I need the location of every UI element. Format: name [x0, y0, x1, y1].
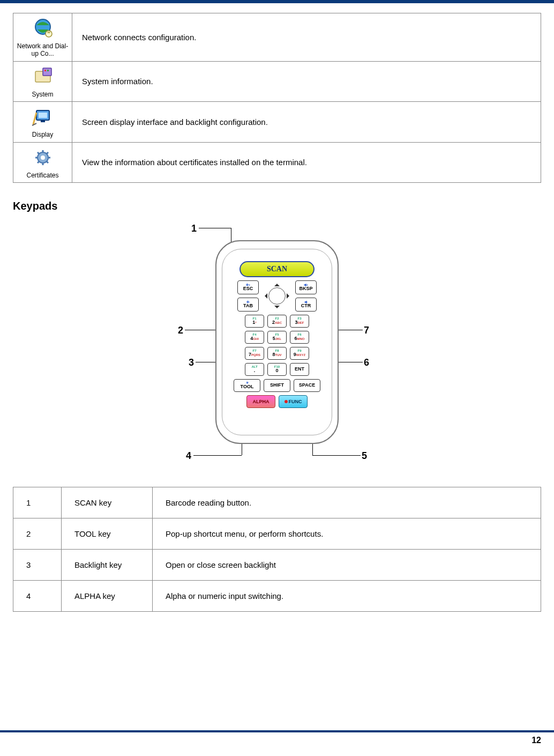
ctr-key: ◀-CTR [295, 298, 317, 312]
tab-key: ⊕-TAB [237, 298, 259, 312]
icon-cell-system: System [13, 61, 72, 101]
key-2: F22ABC [267, 315, 287, 328]
key-dot: ALT. [245, 363, 264, 376]
func-key: FUNC [279, 395, 308, 408]
svg-point-1 [46, 31, 52, 37]
icon-cell-certificates: Certificates [13, 142, 72, 182]
desc-cell: View the information about certificates … [72, 142, 541, 182]
space-key: SPACE [294, 379, 320, 392]
key-desc: Barcode reading button. [153, 487, 541, 518]
callout-4: 4 [186, 450, 191, 462]
key-desc: Pop-up shortcut menu, or perform shortcu… [153, 518, 541, 549]
desc-cell: System information. [72, 61, 541, 101]
table-row: 4 ALPHA key Alpha or numeric input switc… [13, 580, 541, 611]
key-number: 2 [13, 518, 62, 549]
icon-label: Network and Dial-up Co... [17, 42, 69, 58]
icon-label: System [32, 91, 53, 98]
table-row: Network and Dial-up Co... Network connec… [13, 13, 541, 62]
page-number: 12 [13, 732, 541, 745]
table-row: Certificates View the information about … [13, 142, 541, 182]
key-6: F66MNO [290, 331, 309, 344]
device-inner: SCAN ⊕+ESC ⊕-TAB ◀+BKSP ◀-CTR [222, 249, 332, 435]
scan-key: SCAN [239, 261, 315, 277]
key-7: F77PQRS [245, 347, 264, 360]
icon-cell-display: Display [13, 102, 72, 142]
key-name: TOOL key [62, 518, 153, 549]
table-row: 2 TOOL key Pop-up shortcut menu, or perf… [13, 518, 541, 549]
key-1: F11* [245, 315, 264, 328]
icon-label: Certificates [26, 172, 58, 179]
callout-6: 6 [364, 357, 369, 368]
device-outline: SCAN ⊕+ESC ⊕-TAB ◀+BKSP ◀-CTR [215, 240, 339, 444]
alpha-key: ALPHA [246, 395, 275, 408]
tool-key: ☀TOOL [234, 379, 260, 392]
leader-line [199, 228, 231, 228]
callout-3: 3 [189, 357, 194, 368]
desc-cell: Network connects configuration. [72, 13, 541, 62]
key-name: SCAN key [62, 487, 153, 518]
key-name: Backlight key [62, 549, 153, 580]
callout-2: 2 [178, 325, 183, 336]
system-card-icon [30, 65, 56, 88]
key-desc: Open or close screen backlight [153, 549, 541, 580]
key-3: F33DEF [290, 315, 309, 328]
svg-rect-2 [47, 32, 50, 33]
key-4: F44GHI [245, 331, 264, 344]
table-row: 3 Backlight key Open or close screen bac… [13, 549, 541, 580]
key-number: 4 [13, 580, 62, 611]
leader-line [312, 455, 361, 456]
esc-key: ⊕+ESC [237, 280, 259, 294]
bksp-key: ◀+BKSP [295, 280, 317, 294]
svg-rect-6 [47, 70, 49, 71]
svg-rect-5 [44, 70, 46, 71]
icon-cell-network: Network and Dial-up Co... [13, 13, 72, 62]
table-row: System System information. [13, 61, 541, 101]
key-number: 3 [13, 549, 62, 580]
icon-description-table: Network and Dial-up Co... Network connec… [13, 13, 541, 183]
svg-line-17 [47, 152, 48, 154]
key-5: F55JKL [267, 331, 287, 344]
svg-rect-4 [43, 68, 51, 76]
svg-rect-9 [41, 120, 45, 122]
svg-line-19 [47, 161, 48, 163]
globe-network-icon [30, 17, 56, 40]
key-ent: ENT [290, 363, 309, 376]
table-row: 1 SCAN key Barcode reading button. [13, 487, 541, 518]
key-desc: Alpha or numeric input switching. [153, 580, 541, 611]
keypad-figure: 1 2 3 4 5 6 7 SCAN ⊕+ESC ⊕-TAB [127, 219, 427, 465]
key-8: F88TUV [267, 347, 287, 360]
table-row: Display Screen display interface and bac… [13, 102, 541, 142]
svg-rect-8 [39, 113, 47, 118]
key-name: ALPHA key [62, 580, 153, 611]
dpad [262, 281, 292, 311]
key-0: F100 [267, 363, 287, 376]
section-heading-keypads: Keypads [13, 200, 541, 212]
svg-point-11 [41, 155, 45, 160]
shift-key: SHIFT [264, 379, 290, 392]
desc-cell: Screen display interface and backlight c… [72, 102, 541, 142]
header-rule [0, 0, 554, 3]
callout-7: 7 [364, 325, 369, 336]
leader-line [193, 455, 242, 456]
key-number: 1 [13, 487, 62, 518]
callout-1: 1 [191, 223, 197, 234]
svg-line-16 [38, 152, 39, 154]
gear-icon [30, 146, 56, 169]
keypad-description-table: 1 SCAN key Barcode reading button. 2 TOO… [13, 487, 541, 612]
callout-5: 5 [362, 450, 367, 462]
display-monitor-icon [30, 105, 56, 129]
key-9: F99WXYZ [290, 347, 309, 360]
icon-label: Display [32, 131, 53, 138]
svg-line-18 [38, 161, 39, 163]
